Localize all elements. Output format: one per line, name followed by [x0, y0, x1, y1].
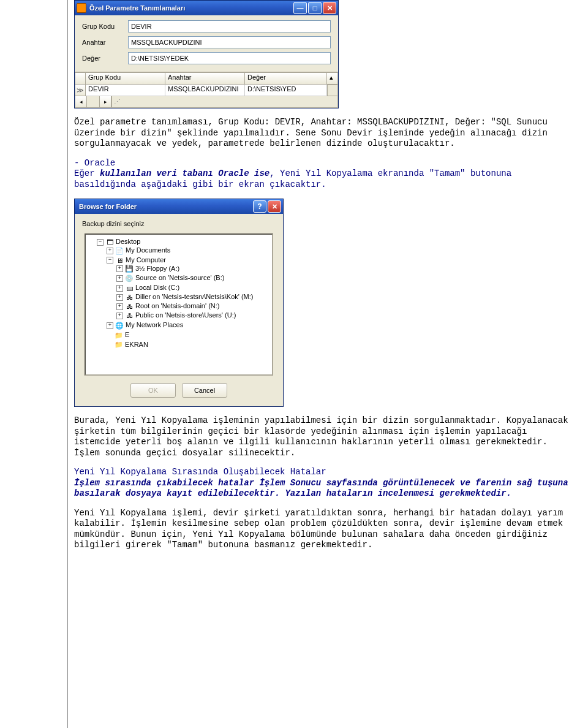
ok-button[interactable]: OK — [130, 383, 176, 398]
row-marker[interactable]: ≫ — [75, 85, 86, 96]
cd-icon — [124, 275, 134, 282]
tree-public-u[interactable]: +Public on 'Netsis-store\Users' (U:) — [116, 311, 271, 320]
close-button[interactable]: ✕ — [323, 2, 336, 14]
hdd-icon — [124, 284, 134, 292]
computer-icon — [115, 257, 124, 264]
tree-source-b[interactable]: +Source on 'Netsis-source' (B:) — [116, 273, 271, 283]
tree-mycomputer[interactable]: −My Computer +3½ Floppy (A:) +Source on … — [107, 256, 271, 321]
titlebar-browse[interactable]: Browse for Folder ? ✕ — [75, 199, 283, 214]
tree-local-c[interactable]: +Local Disk (C:) — [116, 283, 271, 292]
scroll-left-icon[interactable]: ◂ — [75, 96, 87, 107]
anahtar-label: Anahtar — [82, 39, 128, 46]
oracle-pre: Eğer — [74, 169, 100, 178]
network-places-icon — [115, 322, 124, 330]
oracle-heading: - Oracle — [74, 158, 115, 168]
col-anahtar[interactable]: Anahtar — [165, 72, 245, 85]
expand-icon[interactable]: + — [116, 275, 123, 282]
floppy-icon — [124, 265, 134, 273]
folder-icon — [114, 341, 124, 349]
doc-paragraph-5: Yeni Yıl Kopyalama işlemi, devir şirketi… — [74, 508, 577, 551]
expand-icon[interactable]: + — [107, 322, 113, 329]
scroll-right-icon[interactable]: ▸ — [100, 96, 111, 107]
folder-icon — [114, 332, 124, 339]
netdrive-icon — [124, 303, 134, 310]
collapse-icon[interactable]: − — [97, 239, 104, 246]
doc-errors-body: İşlem sırasında çıkabilecek hatalar İşle… — [74, 478, 577, 499]
minimize-button[interactable]: — — [293, 2, 307, 14]
browse-title: Browse for Folder — [77, 203, 253, 210]
folder-tree[interactable]: −Desktop +My Documents −My Computer +3½ … — [85, 233, 273, 376]
col-deger[interactable]: Değer — [245, 72, 327, 85]
tree-netplaces[interactable]: +My Network Places — [107, 320, 271, 330]
doc-paragraph-1: Özel parametre tanımlaması, Grup Kodu: D… — [74, 117, 577, 150]
help-button[interactable]: ? — [253, 200, 266, 213]
tree-ekran[interactable]: EKRAN — [107, 340, 271, 350]
col-grupkodu[interactable]: Grup Kodu — [86, 72, 165, 85]
expand-icon[interactable]: + — [116, 303, 123, 310]
grid: Grup Kodu Anahtar Değer ▴ ≫ DEVIR MSSQLB… — [75, 72, 338, 108]
app-icon — [77, 3, 86, 13]
tree-diller-m[interactable]: +Diller on 'Netsis-testsrv\Netsis\Kok' (… — [116, 292, 271, 301]
expand-icon[interactable]: + — [116, 313, 123, 319]
tree-desktop[interactable]: −Desktop +My Documents −My Computer +3½ … — [97, 237, 271, 350]
expand-icon[interactable]: + — [116, 265, 123, 272]
tree-root-n[interactable]: +Root on 'Netsis-domain' (N:) — [116, 301, 271, 311]
doc-errors-heading: Yeni Yıl Kopyalama Sırasında Oluşabilece… — [74, 467, 577, 478]
resize-grip-icon[interactable]: ⋰ — [111, 96, 122, 107]
tree-floppy[interactable]: +3½ Floppy (A:) — [116, 264, 271, 274]
cancel-button[interactable]: Cancel — [182, 383, 227, 398]
anahtar-input[interactable]: MSSQLBACKUPDIZINI — [128, 36, 331, 48]
netdrive-icon — [124, 312, 134, 319]
row-selector-header[interactable] — [75, 72, 86, 85]
scroll-up[interactable]: ▴ — [327, 72, 338, 85]
deger-input[interactable]: D:\NETSIS\YEDEK — [128, 52, 331, 64]
close-button[interactable]: ✕ — [268, 200, 281, 213]
collapse-icon[interactable]: − — [107, 257, 113, 264]
expand-icon[interactable]: + — [116, 285, 123, 292]
window-title: Özel Parametre Tanımlamaları — [89, 4, 293, 12]
doc-paragraph-oracle: - Oracle Eğer kullanılan veri tabanı Ora… — [74, 158, 577, 191]
documents-icon — [115, 247, 124, 255]
tree-mydocs[interactable]: +My Documents — [107, 246, 271, 256]
parametre-window: Özel Parametre Tanımlamaları — □ ✕ Grup … — [74, 0, 339, 108]
netdrive-icon — [124, 294, 134, 301]
browse-folder-window: Browse for Folder ? ✕ Backup dizini seçi… — [74, 199, 284, 407]
browse-message: Backup dizini seçiniz — [82, 220, 276, 227]
cell-anahtar[interactable]: MSSQLBACKUPDIZINI — [165, 85, 245, 96]
grup-kodu-label: Grup Kodu — [82, 23, 128, 30]
grup-kodu-input[interactable]: DEVIR — [128, 20, 331, 32]
deger-label: Değer — [82, 55, 128, 62]
expand-icon[interactable]: + — [116, 294, 123, 301]
cell-grupkodu[interactable]: DEVIR — [86, 85, 165, 96]
titlebar[interactable]: Özel Parametre Tanımlamaları — □ ✕ — [75, 1, 338, 15]
tree-e[interactable]: E — [107, 330, 271, 340]
h-scrollbar[interactable]: ◂ ▸ ⋰ — [75, 96, 338, 108]
oracle-bold: kullanılan veri tabanı Oracle ise — [100, 169, 270, 178]
doc-paragraph-3: Burada, Yeni Yıl Kopyalama işleminin yap… — [74, 415, 577, 458]
cell-deger[interactable]: D:\NETSIS\YED — [245, 85, 327, 96]
maximize-button[interactable]: □ — [308, 2, 322, 14]
desktop-icon — [105, 238, 115, 246]
scroll-down[interactable] — [327, 85, 338, 96]
expand-icon[interactable]: + — [107, 248, 113, 254]
